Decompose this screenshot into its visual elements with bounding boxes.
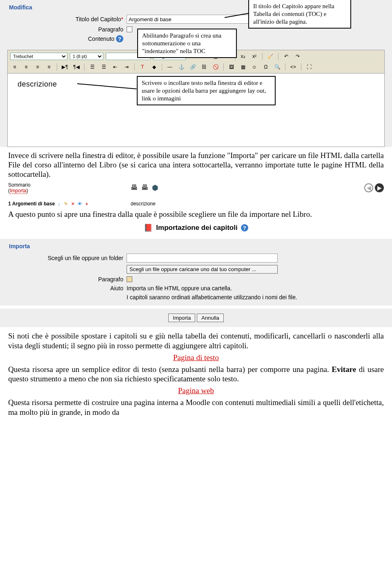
hide-icon[interactable]: 👁 <box>77 201 82 207</box>
callout-editor: Scrivere o incollare testo nella finestr… <box>137 76 276 105</box>
source-button[interactable]: <> <box>289 62 298 71</box>
editor-content: descrizione <box>18 80 57 88</box>
file-label: Scegli un file oppure un folder <box>4 255 127 261</box>
body-paragraph-4: Questa risorsa apre un semplice editor d… <box>0 363 392 386</box>
body-paragraph-5: Questa risorsa permette di costruire una… <box>0 396 392 419</box>
callout-title: Il titolo del Capitolo appare nella Tabe… <box>248 0 351 29</box>
link-button[interactable]: 🔗 <box>188 62 197 71</box>
summary-bar: Sommario (Importa) 🖶 🖶 ⬢ ◀ ▶ 1 Argomenti… <box>0 180 392 208</box>
sommario-label: Sommario <box>8 182 131 188</box>
help-icon[interactable]: ? <box>116 35 123 42</box>
size-select[interactable]: 1 (8 pt) <box>70 53 103 60</box>
delete-icon[interactable]: ✕ <box>70 201 76 207</box>
ltr-button[interactable]: ▶¶ <box>60 62 69 71</box>
next-arrow-button[interactable]: ▶ <box>375 183 384 192</box>
hr-button[interactable]: — <box>165 62 174 71</box>
annulla-button[interactable]: Annulla <box>197 314 223 322</box>
titolo-label: Titolo del Capitolo* <box>4 16 127 22</box>
book-icon: 📕 <box>144 223 153 232</box>
move-down-icon[interactable]: ↓ <box>56 201 62 207</box>
aiuto-label: Aiuto <box>4 285 127 292</box>
item-title: Argomenti di base <box>12 201 55 207</box>
aiuto-text-1: Importa un file HTML oppure una cartella… <box>127 285 297 292</box>
contenuto-label: Contenuto ? <box>4 35 127 42</box>
book-settings-icon[interactable]: ⬢ <box>152 183 158 192</box>
import-header: Importa <box>4 241 388 251</box>
heading-pagina-web: Pagina web <box>0 386 392 395</box>
clean-button[interactable]: 🧹 <box>266 52 275 61</box>
subscript-button[interactable]: x₂ <box>238 52 247 61</box>
undo-button[interactable]: ↶ <box>282 52 291 61</box>
outdent-button[interactable]: ⇤ <box>111 62 120 71</box>
import-help-icon[interactable]: ? <box>241 224 248 232</box>
edit-icon[interactable]: ✎ <box>63 201 69 207</box>
font-select[interactable]: Trebuchet <box>10 53 67 60</box>
bg-color-button[interactable]: ◆ <box>149 62 158 71</box>
body-paragraph-3: Si noti che è possibile spostare i capit… <box>0 329 392 352</box>
rtl-button[interactable]: ¶◀ <box>72 62 81 71</box>
align-center-button[interactable]: ≡ <box>22 62 31 71</box>
align-justify-button[interactable]: ≡ <box>45 62 53 71</box>
file-input[interactable] <box>127 254 278 263</box>
align-left-button[interactable]: ≡ <box>10 62 19 71</box>
nolink-button[interactable]: 🚫 <box>211 62 220 71</box>
importa-button[interactable]: Importa <box>168 314 195 322</box>
body-paragraph-1: Invece di scrivere nella finestra di edi… <box>0 149 392 180</box>
paragrafo-label: Paragrafo <box>4 26 127 33</box>
print-chapter-icon[interactable]: 🖶 <box>141 183 149 192</box>
text-color-button[interactable]: T <box>138 62 147 71</box>
body-paragraph-2: A questo punto si apre una finestra dall… <box>0 208 392 221</box>
unlink-button[interactable]: ⛓ <box>200 62 209 71</box>
char-button[interactable]: Ω <box>261 62 270 71</box>
aiuto-text-2: I capitoli saranno ordinati alfabeticame… <box>127 294 297 301</box>
prev-arrow-button[interactable]: ◀ <box>364 183 373 192</box>
image-button[interactable]: 🖼 <box>227 62 236 71</box>
import-paragrafo-checkbox[interactable] <box>127 276 132 282</box>
import-title-row: 📕 Importazione dei capitoli ? <box>0 221 392 235</box>
print-icon[interactable]: 🖶 <box>131 183 138 192</box>
smiley-button[interactable]: ☺ <box>250 62 259 71</box>
add-icon[interactable]: + <box>84 201 89 207</box>
importa-link[interactable]: Importa <box>10 188 27 194</box>
redo-button[interactable]: ↷ <box>293 52 302 61</box>
table-button[interactable]: ▦ <box>238 62 247 71</box>
import-paragrafo-label: Paragrafo <box>4 276 127 283</box>
editor-textarea[interactable]: descrizione Scrivere o incollare testo n… <box>7 73 385 147</box>
item-desc: descrizione <box>131 201 156 207</box>
indent-button[interactable]: ⇥ <box>122 62 131 71</box>
find-button[interactable]: 🔍 <box>273 62 282 71</box>
paragrafo-checkbox[interactable] <box>127 27 132 32</box>
ordered-list-button[interactable]: ☰ <box>88 62 97 71</box>
anchor-button[interactable]: ⚓ <box>177 62 186 71</box>
import-title: Importazione dei capitoli <box>156 224 237 232</box>
heading-pagina-testo: Pagina di testo <box>0 353 392 362</box>
unordered-list-button[interactable]: ☰ <box>99 62 108 71</box>
item-number: 1 <box>8 201 11 207</box>
fullscreen-button[interactable]: ⛶ <box>305 62 314 71</box>
align-right-button[interactable]: ≡ <box>33 62 42 71</box>
superscript-button[interactable]: x² <box>250 52 259 61</box>
callout-paragrafo: Abilitando Paragrafo si crea una sottonu… <box>137 29 237 58</box>
choose-file-button[interactable]: Scegli un file oppure caricane uno dal t… <box>127 265 278 274</box>
callout-line-3 <box>77 83 137 89</box>
